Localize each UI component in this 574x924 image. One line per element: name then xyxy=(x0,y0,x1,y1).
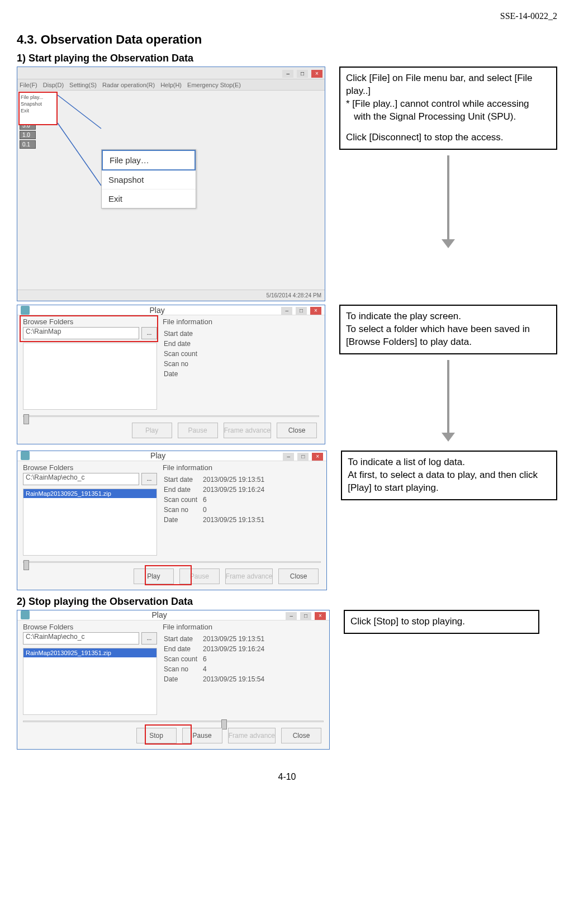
value-start-date: 2013/09/25 19:13:51 xyxy=(203,634,269,643)
document-id: SSE-14-0022_2 xyxy=(17,11,557,21)
window-buttons: – □ × xyxy=(281,68,322,78)
close-icon[interactable]: × xyxy=(311,70,322,78)
file-list-item-selected[interactable]: RainMap20130925_191351.zip xyxy=(23,489,156,498)
browse-highlight xyxy=(20,315,158,342)
value-scan-count: 6 xyxy=(203,495,269,504)
subsection-1: 1) Start playing the Observation Data xyxy=(17,53,557,64)
field-scan-count: Scan count xyxy=(164,495,202,504)
close-button[interactable]: Close xyxy=(281,728,321,743)
field-end-date: End date xyxy=(164,339,202,348)
arrow-down-2 xyxy=(339,354,557,447)
value-scan-no: 0 xyxy=(203,505,269,514)
info4-line1: Click [Stop] to stop playing. xyxy=(350,615,533,628)
file-list[interactable]: RainMap20130925_191351.zip xyxy=(23,489,157,556)
info2-line2: To select a folder which have been saved… xyxy=(346,323,551,349)
page-number: 4-10 xyxy=(17,772,557,782)
info1-line4: Click [Disconnect] to stop the access. xyxy=(346,131,551,144)
svg-line-1 xyxy=(58,123,101,186)
dialog-titlebar: Play – □ × xyxy=(17,305,325,315)
folder-path-input[interactable]: C:\RainMap\echo_c xyxy=(23,632,139,645)
maximize-icon[interactable]: □ xyxy=(300,612,311,620)
window-titlebar: – □ × xyxy=(17,67,325,79)
browse-button[interactable]: ... xyxy=(141,473,157,485)
menu-item-snapshot[interactable]: Snapshot xyxy=(102,170,196,189)
field-date: Date xyxy=(164,515,202,524)
minimize-icon[interactable]: – xyxy=(282,70,293,78)
menu-emergency-stop[interactable]: Emergency Stop(E) xyxy=(187,82,241,88)
close-icon[interactable]: × xyxy=(315,612,326,620)
app-icon xyxy=(21,610,30,619)
close-button[interactable]: Close xyxy=(277,423,317,438)
file-info-label: File information xyxy=(163,623,324,631)
file-list[interactable]: RainMap20130925_191351.zip xyxy=(23,648,157,715)
instruction-box-3: To indicate a list of log data. At first… xyxy=(341,451,557,500)
instruction-box-4: Click [Stop] to stop playing. xyxy=(344,610,539,634)
value-scan-no: 4 xyxy=(203,665,269,674)
close-icon[interactable]: × xyxy=(312,453,323,461)
field-start-date: Start date xyxy=(164,329,202,338)
value-scan-count: 6 xyxy=(203,655,269,664)
value-end-date: 2013/09/25 19:16:24 xyxy=(203,485,269,494)
app-icon xyxy=(21,306,30,315)
menu-setting[interactable]: Setting(S) xyxy=(69,82,97,88)
field-start-date: Start date xyxy=(164,634,202,643)
value-start-date: 2013/09/25 19:13:51 xyxy=(203,475,269,484)
menu-disp[interactable]: Disp(D) xyxy=(43,82,64,88)
folder-path-input[interactable]: C:\RainMap\echo_c xyxy=(23,473,139,485)
field-scan-no: Scan no xyxy=(164,665,202,674)
menu-radar-operation[interactable]: Radar operation(R) xyxy=(102,82,155,88)
info2-line1: To indicate the play screen. xyxy=(346,310,551,323)
info1-line3: with the Signal Processing Unit (SPU). xyxy=(346,111,551,124)
minimize-icon[interactable]: – xyxy=(286,612,297,620)
maximize-icon[interactable]: □ xyxy=(297,453,309,461)
minimize-icon[interactable]: – xyxy=(281,307,292,315)
minimize-icon[interactable]: – xyxy=(283,453,294,461)
map-area: 30.0 20.0 10.0 5.0 1.0 0.1 File play... … xyxy=(17,91,325,290)
field-start-date: Start date xyxy=(164,475,202,484)
stop-button-highlight xyxy=(145,724,192,745)
screenshot-play-dialog-selected: Play – □ × Browse Folders C:\RainMap\ech… xyxy=(17,451,327,590)
field-scan-no: Scan no xyxy=(164,359,202,368)
field-scan-count: Scan count xyxy=(164,349,202,358)
file-info-table: Start date2013/09/25 19:13:51 End date20… xyxy=(163,633,270,685)
pause-button[interactable]: Pause xyxy=(178,423,218,438)
file-menu-popup: File play… Snapshot Exit xyxy=(101,149,196,209)
field-end-date: End date xyxy=(164,645,202,653)
dialog-title: Play xyxy=(34,451,282,460)
screenshot-file-menu: – □ × File(F) Disp(D) Setting(S) Radar o… xyxy=(17,67,325,301)
maximize-icon[interactable]: □ xyxy=(296,307,307,315)
play-button[interactable]: Play xyxy=(132,423,172,438)
file-list-item-selected[interactable]: RainMap20130925_191351.zip xyxy=(23,648,156,657)
close-icon[interactable]: × xyxy=(310,307,321,315)
maximize-icon[interactable]: □ xyxy=(297,70,308,78)
field-date: Date xyxy=(164,675,202,684)
close-button[interactable]: Close xyxy=(278,568,319,584)
info3-line2: At first, to select a data to play, and … xyxy=(348,469,551,495)
value-date: 2013/09/25 19:13:51 xyxy=(203,515,269,524)
instruction-box-1: Click [File] on File menu bar, and selec… xyxy=(339,67,557,150)
browse-folders-label: Browse Folders xyxy=(23,463,157,472)
browse-button[interactable]: ... xyxy=(141,632,157,645)
subsection-2: 2) Stop playing the Observation Data xyxy=(17,596,557,608)
field-end-date: End date xyxy=(164,485,202,494)
small-menu-snapshot: Snapshot xyxy=(21,101,55,107)
file-list[interactable] xyxy=(23,343,157,410)
small-menu-exit: Exit xyxy=(21,107,55,114)
menu-file[interactable]: File(F) xyxy=(20,82,37,88)
frame-advance-button[interactable]: Frame advance xyxy=(224,423,271,438)
menu-bar: File(F) Disp(D) Setting(S) Radar operati… xyxy=(17,79,325,91)
screenshot-play-dialog-playing: Play – □ × Browse Folders C:\RainMap\ech… xyxy=(17,610,330,750)
menu-help[interactable]: Help(H) xyxy=(160,82,182,88)
frame-advance-button[interactable]: Frame advance xyxy=(228,728,276,743)
svg-line-0 xyxy=(58,95,101,129)
section-heading: 4.3. Observation Data operation xyxy=(17,32,557,47)
value-date: 2013/09/25 19:15:54 xyxy=(203,675,269,684)
menu-item-file-play[interactable]: File play… xyxy=(102,150,196,170)
slider-thumb[interactable] xyxy=(23,414,29,424)
info1-line1: Click [File] on File menu bar, and selec… xyxy=(346,72,551,98)
frame-advance-button[interactable]: Frame advance xyxy=(225,568,273,584)
playback-slider[interactable] xyxy=(23,415,319,417)
field-scan-count: Scan count xyxy=(164,655,202,664)
menu-item-exit[interactable]: Exit xyxy=(102,189,196,208)
dialog-title: Play xyxy=(34,306,280,315)
